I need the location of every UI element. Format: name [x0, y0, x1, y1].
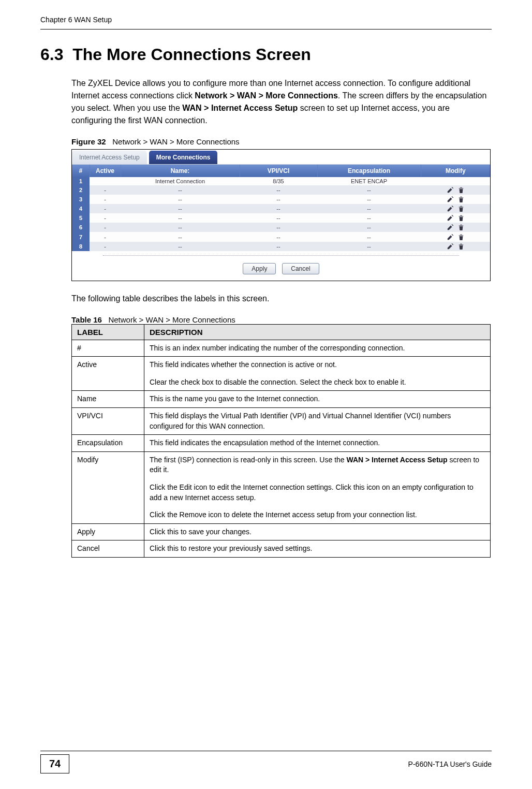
edit-icon[interactable]: [447, 243, 454, 250]
page-number: 74: [40, 754, 69, 773]
section-title: 6.3 The More Connections Screen: [40, 45, 492, 64]
col-header-active: Active: [90, 165, 121, 177]
table-row: 5-------: [72, 213, 490, 223]
edit-icon[interactable]: [447, 214, 454, 222]
table-row: 4-------: [72, 204, 490, 213]
cell-active: -: [90, 242, 121, 251]
nav-path: WAN > Internet Access Setup: [347, 456, 448, 464]
tab-more-connections[interactable]: More Connections: [149, 151, 218, 164]
edit-icon[interactable]: [447, 233, 454, 241]
table-intro: The following table describes the labels…: [71, 293, 492, 305]
cell-vpi: --: [240, 204, 317, 213]
cell-modify: [421, 204, 490, 213]
nav-path: WAN > Internet Access Setup: [182, 104, 298, 112]
edit-icon[interactable]: [447, 224, 454, 231]
cell-active: [90, 177, 121, 185]
section-heading: The More Connections Screen: [72, 45, 311, 64]
trash-icon[interactable]: [458, 186, 464, 194]
cell-encap: --: [317, 232, 421, 241]
separator: [103, 255, 459, 256]
col-header-name: Name:: [121, 165, 240, 177]
table-row: 7-------: [72, 232, 490, 241]
row-label: Active: [72, 357, 144, 391]
trash-icon[interactable]: [458, 214, 464, 222]
col-description: DESCRIPTION: [144, 324, 491, 340]
row-number: 7: [72, 232, 90, 241]
col-label: LABEL: [72, 324, 144, 340]
cell-modify: [421, 177, 490, 185]
table-row: 2-------: [72, 185, 490, 195]
edit-icon[interactable]: [447, 196, 454, 203]
row-number: 8: [72, 242, 90, 251]
section-number: 6.3: [40, 45, 63, 64]
cell-name: --: [121, 232, 240, 241]
cell-vpi: --: [240, 223, 317, 232]
cell-vpi: --: [240, 213, 317, 223]
cell-encap: --: [317, 185, 421, 195]
text: Click the Remove icon to delete the Inte…: [150, 510, 417, 519]
connections-table: # Active Name: VPI/VCI Encapsulation Mod…: [72, 165, 490, 251]
tab-internet-access-setup[interactable]: Internet Access Setup: [72, 151, 147, 164]
trash-icon[interactable]: [458, 205, 464, 212]
nav-path: Network > WAN > More Connections: [195, 91, 337, 100]
figure-caption: Figure 32 Network > WAN > More Connectio…: [71, 137, 492, 146]
cell-vpi: 8/35: [240, 177, 317, 185]
col-header-modify: Modify: [421, 165, 490, 177]
edit-icon[interactable]: [447, 205, 454, 212]
row-label: VPI/VCI: [72, 408, 144, 435]
cancel-button[interactable]: Cancel: [282, 263, 319, 274]
table-row: 8-------: [72, 242, 490, 251]
row-label: Apply: [72, 523, 144, 540]
row-number: 6: [72, 223, 90, 232]
table-row: 6-------: [72, 223, 490, 232]
cell-vpi: --: [240, 185, 317, 195]
trash-icon[interactable]: [458, 243, 464, 250]
apply-button[interactable]: Apply: [243, 263, 276, 274]
cell-name: --: [121, 204, 240, 213]
row-label: #: [72, 340, 144, 357]
table-caption: Table 16 Network > WAN > More Connection…: [71, 315, 492, 324]
cell-encap: --: [317, 204, 421, 213]
cell-modify: [421, 242, 490, 251]
description-table: LABEL DESCRIPTION # This is an index num…: [71, 324, 491, 558]
row-label: Cancel: [72, 540, 144, 558]
row-number: 1: [72, 177, 90, 185]
trash-icon[interactable]: [458, 224, 464, 231]
row-label: Modify: [72, 451, 144, 523]
edit-icon[interactable]: [447, 186, 454, 194]
trash-icon[interactable]: [458, 196, 464, 203]
tab-bar: Internet Access Setup More Connections: [72, 150, 490, 165]
row-desc: This field indicates whether the connect…: [144, 357, 491, 391]
intro-paragraph: The ZyXEL Device allows you to configure…: [71, 77, 492, 127]
cell-active: -: [90, 204, 121, 213]
table-row: 1Internet Connection8/35ENET ENCAP: [72, 177, 490, 185]
cell-name: --: [121, 242, 240, 251]
cell-name: --: [121, 213, 240, 223]
text: Clear the check box to disable the conne…: [150, 378, 406, 386]
guide-title: P-660N-T1A User's Guide: [408, 760, 492, 768]
button-row: Apply Cancel: [72, 260, 490, 281]
cell-vpi: --: [240, 195, 317, 204]
table-row: 3-------: [72, 195, 490, 204]
col-header-number: #: [72, 165, 90, 177]
cell-encap: --: [317, 213, 421, 223]
row-label: Encapsulation: [72, 435, 144, 452]
cell-encap: --: [317, 242, 421, 251]
trash-icon[interactable]: [458, 233, 464, 241]
cell-active: -: [90, 195, 121, 204]
divider: [40, 29, 492, 30]
row-number: 4: [72, 204, 90, 213]
table-label: Table 16: [71, 315, 102, 324]
cell-name: --: [121, 185, 240, 195]
cell-active: -: [90, 213, 121, 223]
divider: [40, 751, 492, 751]
cell-active: -: [90, 185, 121, 195]
cell-encap: ENET ENCAP: [317, 177, 421, 185]
cell-encap: --: [317, 223, 421, 232]
row-label: Name: [72, 391, 144, 408]
row-desc: The first (ISP) connection is read-only …: [144, 451, 491, 523]
row-desc: Click this to restore your previously sa…: [144, 540, 491, 558]
screenshot: Internet Access Setup More Connections #…: [71, 149, 491, 281]
figure-title: Network > WAN > More Connections: [112, 137, 239, 146]
cell-vpi: --: [240, 232, 317, 241]
